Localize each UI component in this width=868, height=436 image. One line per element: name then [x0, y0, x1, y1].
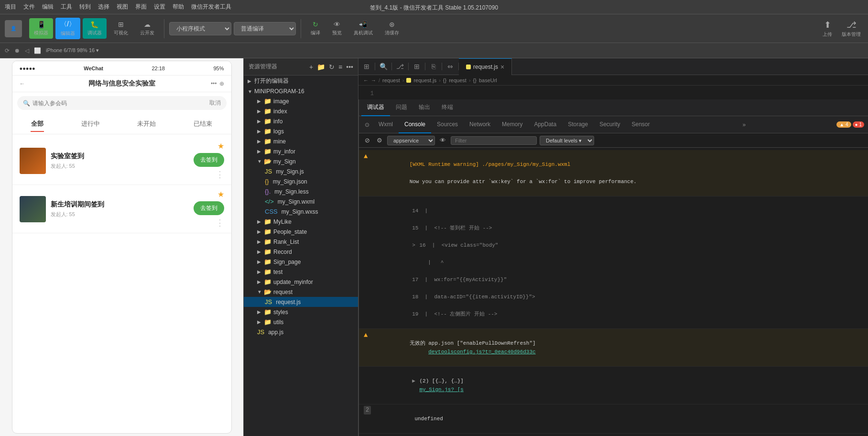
menu-item-settings[interactable]: 设置 [154, 3, 165, 11]
user-avatar[interactable]: 👤 [5, 20, 22, 37]
menu-item-view[interactable]: 视图 [117, 3, 128, 11]
phone-search-bar[interactable]: 🔍 取消 [17, 96, 227, 110]
menu-item-file[interactable]: 文件 [23, 3, 35, 11]
tree-folder-mine[interactable]: ▶ 📁 mine [244, 136, 358, 146]
tree-file-my-sign-less[interactable]: {}. my_Sign.less [244, 186, 358, 196]
editor-copy-icon[interactable]: ⎘ [425, 63, 442, 70]
sign-btn-1[interactable]: 去签到 [194, 153, 224, 167]
tree-folder-record[interactable]: ▶ 📁 Record [244, 247, 358, 257]
phone-more-icon[interactable]: ⊕ [219, 80, 224, 87]
preview-btn[interactable]: 👁 预览 [327, 18, 347, 39]
tree-folder-sign-page[interactable]: ▶ 📁 Sign_page [244, 257, 358, 267]
debug-source-link[interactable]: devtoolsconfig.js?t=_0eac40d96d33c [428, 348, 535, 356]
debug-service-select[interactable]: appservice [387, 136, 435, 145]
debug-clear-btn[interactable]: ⊘ [363, 136, 372, 145]
device-sound-icon[interactable]: ◁ [25, 47, 29, 54]
tree-file-my-sign-js[interactable]: JS my_Sign.js [244, 166, 358, 176]
tab-not-started[interactable]: 未开始 [132, 118, 161, 130]
console-tab-sensor[interactable]: Sensor [626, 116, 656, 133]
console-tab-storage[interactable]: Storage [562, 116, 594, 133]
real-machine-btn[interactable]: 📲 真机调试 [349, 18, 378, 39]
menu-item-edit[interactable]: 编辑 [42, 3, 54, 11]
more-icon-2[interactable]: ⋮ [216, 218, 224, 228]
breadcrumb-item-1[interactable]: ← [363, 77, 369, 83]
debug-source-link-2[interactable]: my_Sign.js? [s [419, 385, 463, 394]
tree-folder-my-sign[interactable]: ▼ 📂 my_Sign [244, 156, 358, 166]
device-record-icon[interactable]: ⏺ [14, 47, 20, 54]
phone-back-icon[interactable]: ← [20, 80, 25, 87]
device-rotate-icon[interactable]: ⟳ [5, 47, 10, 54]
visualization-btn[interactable]: ⊞ 可视化 [109, 18, 133, 39]
tab-close-icon[interactable]: × [500, 63, 504, 71]
tree-folder-people-state[interactable]: ▶ 📁 People_state [244, 227, 358, 237]
open-editors-section[interactable]: ▶ 打开的编辑器 [244, 76, 358, 87]
editor-split-icon[interactable]: ⊞ [358, 63, 375, 70]
search-input[interactable] [33, 100, 128, 107]
menu-item-project[interactable]: 项目 [5, 3, 16, 11]
tree-file-app-js[interactable]: JS app.js [244, 327, 358, 337]
tree-file-my-sign-json[interactable]: {} my_Sign.json [244, 176, 358, 186]
debug-main-tab-problems[interactable]: 问题 [390, 99, 413, 116]
collapse-icon[interactable]: ≡ [338, 63, 342, 71]
debug-level-select[interactable]: Default levels ▾ [540, 136, 594, 145]
console-tab-security[interactable]: Security [594, 116, 626, 133]
console-tab-console[interactable]: Console [399, 116, 431, 133]
phone-more-dots[interactable]: ••• [211, 80, 217, 87]
mode-select[interactable]: 小程序模式 [169, 22, 231, 35]
tree-folder-index[interactable]: ▶ 📁 index [244, 106, 358, 116]
console-tab-sources[interactable]: Sources [431, 116, 464, 133]
tree-folder-update-myinfor[interactable]: ▶ 📁 update_myinfor [244, 277, 358, 287]
console-tab-memory[interactable]: Memory [496, 116, 528, 133]
tab-ongoing[interactable]: 进行中 [76, 118, 105, 130]
tree-folder-logs[interactable]: ▶ 📁 logs [244, 126, 358, 136]
version-btn[interactable]: ⎇ 版本管理 [839, 17, 863, 40]
editor-btn[interactable]: 〈/〉 编辑器 [55, 18, 80, 39]
debugger-btn[interactable]: 🐛 调试器 [83, 18, 107, 39]
debug-eye-btn[interactable]: 👁 [438, 136, 448, 145]
more-icon-1[interactable]: ⋮ [216, 169, 224, 180]
simulator-btn[interactable]: 📱 模拟器 [29, 18, 53, 39]
editor-grid-icon[interactable]: ⊞ [409, 63, 425, 70]
tree-folder-image[interactable]: ▶ 📁 image [244, 96, 358, 106]
clear-cache-btn[interactable]: ⊛ 清缓存 [380, 18, 404, 39]
debug-main-tab-terminal[interactable]: 终端 [436, 99, 459, 116]
new-file-icon[interactable]: + [309, 63, 313, 71]
breadcrumb-item-2[interactable]: → [371, 77, 376, 83]
tree-folder-my-infor[interactable]: ▶ 📁 my_infor [244, 146, 358, 156]
console-tab-network[interactable]: Network [464, 116, 496, 133]
tree-folder-utils[interactable]: ▶ 📁 utils [244, 317, 358, 327]
tab-ended[interactable]: 已结束 [189, 118, 217, 130]
debug-main-tab-debugger[interactable]: 调试器 [361, 99, 390, 116]
compile-select[interactable]: 普通编译 [234, 22, 296, 35]
menu-item-devtools[interactable]: 微信开发者工具 [191, 3, 231, 11]
miniprogram-section[interactable]: ▼ MINIPROGRAM-16 [244, 87, 358, 96]
menu-item-tools[interactable]: 工具 [61, 3, 72, 11]
debug-settings-btn[interactable]: ⚙ [375, 136, 384, 145]
editor-tab-request-js[interactable]: request.js × [459, 58, 512, 75]
tab-all[interactable]: 全部 [26, 118, 48, 130]
editor-columns-icon[interactable]: ⇔ [442, 63, 459, 70]
refresh-icon[interactable]: ↻ [329, 63, 335, 71]
console-tab-more[interactable]: » [738, 121, 751, 128]
tree-folder-info[interactable]: ▶ 📁 info [244, 116, 358, 126]
search-cancel[interactable]: 取消 [209, 99, 221, 107]
tree-folder-request[interactable]: ▼ 📂 request [244, 287, 358, 297]
menu-item-help[interactable]: 帮助 [173, 3, 184, 11]
more-icon[interactable]: ••• [346, 63, 353, 71]
console-toolbar-btn[interactable]: ⊙ [361, 119, 373, 131]
expand-arrow[interactable]: > [412, 242, 415, 248]
cloud-btn[interactable]: ☁ 云开发 [135, 18, 159, 39]
compile-btn[interactable]: ↻ 编译 [306, 18, 325, 39]
expand-arrow-2[interactable]: ▶ [412, 378, 415, 384]
menu-item-select[interactable]: 选择 [98, 3, 109, 11]
debug-filter-input[interactable] [451, 136, 537, 145]
tree-folder-rank-list[interactable]: ▶ 📁 Rank_List [244, 237, 358, 247]
sign-btn-2[interactable]: 去签到 [194, 201, 224, 215]
console-tab-wxml[interactable]: Wxml [373, 116, 399, 133]
tree-file-my-sign-wxml[interactable]: </> my_Sign.wxml [244, 196, 358, 207]
tree-folder-test[interactable]: ▶ 📁 test [244, 267, 358, 277]
tree-folder-mylike[interactable]: ▶ 📁 MyLike [244, 217, 358, 227]
menu-item-interface[interactable]: 界面 [135, 3, 147, 11]
device-selector[interactable]: iPhone 6/7/8 98% 16 ▾ [46, 47, 99, 54]
menu-item-goto[interactable]: 转到 [79, 3, 91, 11]
